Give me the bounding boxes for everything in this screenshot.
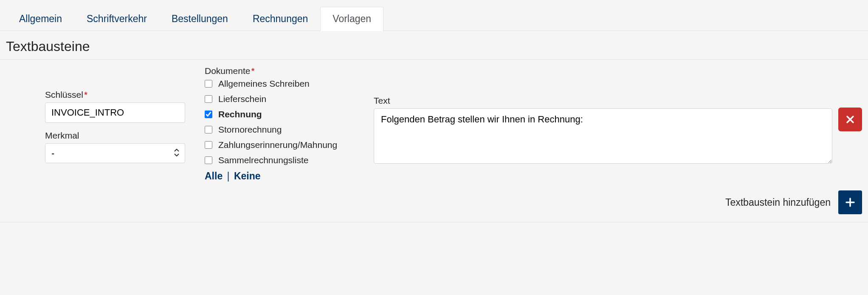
select-none-link[interactable]: Keine (234, 170, 261, 182)
plus-icon (845, 197, 855, 207)
key-input[interactable] (45, 102, 185, 123)
doc-label: Zahlungserinnerung/Mahnung (218, 140, 337, 150)
doc-checkbox-rechnung[interactable] (205, 111, 212, 118)
text-textarea[interactable] (374, 108, 832, 164)
doc-label: Sammelrechnungsliste (218, 155, 308, 165)
form-area: Schlüssel* Merkmal - Dokumente* Allgemei… (0, 60, 868, 182)
column-text: Text (374, 66, 862, 182)
doc-check-sammelrechnungsliste: Sammelrechnungsliste (205, 155, 362, 165)
separator: | (227, 170, 230, 182)
footer-row: Textbaustein hinzufügen (0, 182, 868, 222)
key-label: Schlüssel* (45, 90, 193, 100)
doc-checkbox-zahlungserinnerung[interactable] (205, 141, 212, 149)
doc-check-zahlungserinnerung: Zahlungserinnerung/Mahnung (205, 140, 362, 150)
doc-checkbox-allgemeines-schreiben[interactable] (205, 80, 212, 88)
close-icon (846, 115, 854, 124)
key-label-text: Schlüssel (45, 90, 83, 99)
add-textblock-button[interactable] (838, 190, 862, 214)
required-star-icon: * (84, 90, 87, 99)
tab-bestellungen[interactable]: Bestellungen (159, 7, 240, 31)
doc-checkbox-lieferschein[interactable] (205, 95, 212, 103)
documents-label: Dokumente* (205, 66, 362, 76)
doc-label: Rechnung (218, 109, 262, 119)
tab-bar: Allgemein Schriftverkehr Bestellungen Re… (0, 0, 868, 31)
column-key-attribute: Schlüssel* Merkmal - (6, 66, 193, 182)
doc-checkbox-stornorechnung[interactable] (205, 126, 212, 133)
select-all-none: Alle | Keine (205, 170, 362, 182)
tab-rechnungen[interactable]: Rechnungen (240, 7, 320, 31)
doc-check-allgemeines-schreiben: Allgemeines Schreiben (205, 79, 362, 89)
select-all-link[interactable]: Alle (205, 170, 223, 182)
doc-label: Stornorechnung (218, 125, 282, 135)
doc-checkbox-sammelrechnungsliste[interactable] (205, 156, 212, 164)
doc-check-rechnung: Rechnung (205, 109, 362, 119)
attribute-select[interactable]: - (45, 143, 185, 163)
doc-check-stornorechnung: Stornorechnung (205, 125, 362, 135)
doc-label: Lieferschein (218, 94, 266, 104)
delete-button[interactable] (838, 108, 862, 131)
doc-label: Allgemeines Schreiben (218, 79, 310, 89)
required-star-icon: * (251, 66, 254, 76)
text-label: Text (374, 96, 832, 106)
section-title: Textbausteine (0, 31, 868, 60)
doc-check-lieferschein: Lieferschein (205, 94, 362, 104)
tab-vorlagen[interactable]: Vorlagen (320, 7, 383, 31)
add-textblock-label: Textbaustein hinzufügen (725, 197, 831, 208)
tab-allgemein[interactable]: Allgemein (7, 7, 74, 31)
column-documents: Dokumente* Allgemeines Schreiben Liefers… (205, 66, 362, 182)
documents-label-text: Dokumente (205, 66, 250, 76)
attribute-label: Merkmal (45, 130, 193, 141)
tab-schriftverkehr[interactable]: Schriftverkehr (74, 7, 159, 31)
